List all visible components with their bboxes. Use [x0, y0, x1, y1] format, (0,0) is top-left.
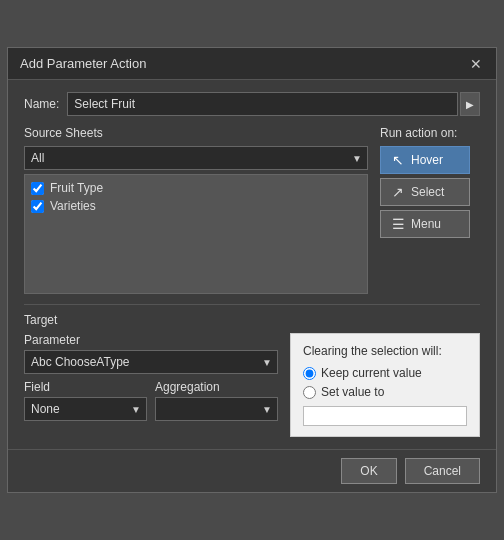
select-label: Select — [411, 185, 444, 199]
set-value-radio[interactable] — [303, 386, 316, 399]
field-dropdown-wrapper: None ▼ — [24, 397, 147, 421]
fruit-type-label: Fruit Type — [50, 181, 103, 195]
source-sheets-dropdown[interactable]: All — [24, 146, 368, 170]
select-icon: ↗ — [391, 184, 405, 200]
hover-button[interactable]: ↖ Hover — [380, 146, 470, 174]
source-sheets-dropdown-wrapper: All ▼ — [24, 146, 368, 170]
parameter-label: Parameter — [24, 333, 278, 347]
source-sheets-panel: Source Sheets All ▼ Fruit Type Varieties — [24, 126, 368, 294]
field-agg-row: Field None ▼ Aggregation — [24, 380, 278, 425]
name-arrow-button[interactable]: ▶ — [460, 92, 480, 116]
select-button[interactable]: ↗ Select — [380, 178, 470, 206]
cancel-button[interactable]: Cancel — [405, 458, 480, 484]
sheets-list: Fruit Type Varieties — [24, 174, 368, 294]
menu-label: Menu — [411, 217, 441, 231]
hover-icon: ↖ — [391, 152, 405, 168]
keep-current-radio[interactable] — [303, 367, 316, 380]
aggregation-dropdown-wrapper: ▼ — [155, 397, 278, 421]
clearing-panel: Clearing the selection will: Keep curren… — [290, 333, 480, 437]
aggregation-label: Aggregation — [155, 380, 278, 394]
hover-label: Hover — [411, 153, 443, 167]
dialog-title: Add Parameter Action — [20, 56, 146, 71]
varieties-label: Varieties — [50, 199, 96, 213]
sheet-item-fruit-type: Fruit Type — [29, 179, 363, 197]
name-label: Name: — [24, 97, 59, 111]
close-button[interactable]: ✕ — [468, 57, 484, 71]
field-col: Field None ▼ — [24, 380, 147, 425]
field-label: Field — [24, 380, 147, 394]
clearing-title: Clearing the selection will: — [303, 344, 467, 358]
name-input[interactable] — [67, 92, 458, 116]
parameter-dropdown[interactable]: Abc ChooseAType — [24, 350, 278, 374]
keep-current-row: Keep current value — [303, 366, 467, 380]
menu-button[interactable]: ☰ Menu — [380, 210, 470, 238]
main-content: Source Sheets All ▼ Fruit Type Varieties — [24, 126, 480, 294]
footer: OK Cancel — [8, 449, 496, 492]
sheet-item-varieties: Varieties — [29, 197, 363, 215]
dialog-body: Name: ▶ Source Sheets All ▼ Fruit Type — [8, 80, 496, 449]
name-row: Name: ▶ — [24, 92, 480, 116]
target-label: Target — [24, 313, 480, 327]
run-action-panel: Run action on: ↖ Hover ↗ Select ☰ Menu — [380, 126, 480, 294]
run-action-label: Run action on: — [380, 126, 480, 140]
ok-button[interactable]: OK — [341, 458, 396, 484]
set-value-label: Set value to — [321, 385, 384, 399]
dialog-container: Add Parameter Action ✕ Name: ▶ Source Sh… — [7, 47, 497, 493]
keep-current-label: Keep current value — [321, 366, 422, 380]
target-section: Target Parameter Abc ChooseAType ▼ Field — [24, 313, 480, 437]
varieties-checkbox[interactable] — [31, 200, 44, 213]
field-dropdown[interactable]: None — [24, 397, 147, 421]
separator — [24, 304, 480, 305]
target-row: Parameter Abc ChooseAType ▼ Field Non — [24, 333, 480, 437]
target-left: Parameter Abc ChooseAType ▼ Field Non — [24, 333, 278, 425]
menu-icon: ☰ — [391, 216, 405, 232]
set-value-row: Set value to — [303, 385, 467, 399]
fruit-type-checkbox[interactable] — [31, 182, 44, 195]
source-sheets-label: Source Sheets — [24, 126, 368, 140]
set-value-input[interactable] — [303, 406, 467, 426]
aggregation-dropdown[interactable] — [155, 397, 278, 421]
parameter-dropdown-wrapper: Abc ChooseAType ▼ — [24, 350, 278, 374]
agg-col: Aggregation ▼ — [155, 380, 278, 425]
title-bar: Add Parameter Action ✕ — [8, 48, 496, 80]
